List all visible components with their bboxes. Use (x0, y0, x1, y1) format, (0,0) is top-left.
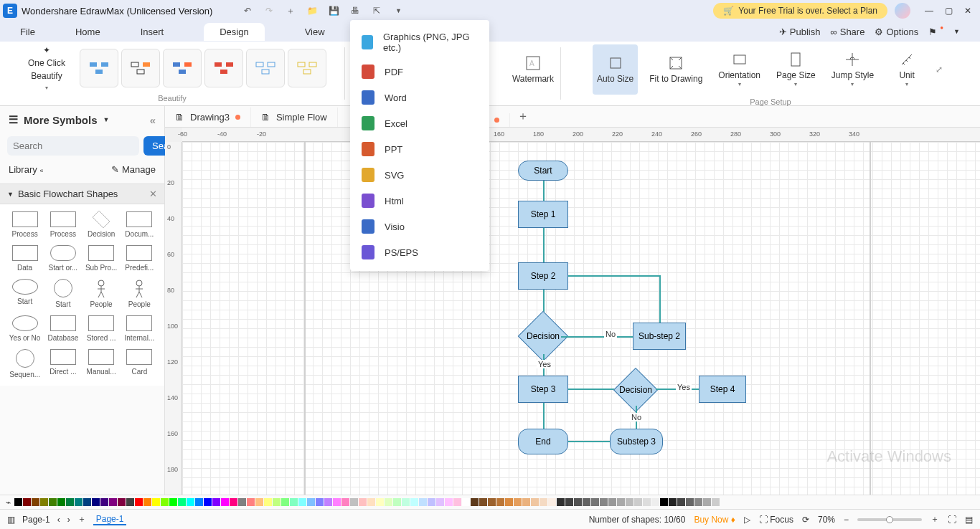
page-size-button[interactable]: Page Size (772, 44, 820, 95)
color-swatch[interactable] (135, 498, 143, 506)
color-swatch[interactable] (66, 498, 74, 506)
color-swatch[interactable] (410, 498, 418, 506)
color-swatch[interactable] (281, 498, 289, 506)
undo-icon[interactable]: ↶ (241, 4, 254, 17)
color-swatch[interactable] (290, 498, 298, 506)
flow-step1[interactable]: Step 1 (518, 201, 568, 228)
color-swatch[interactable] (75, 498, 83, 506)
export-menu-item[interactable]: PPT (350, 136, 489, 162)
close-group-icon[interactable]: ✕ (149, 189, 157, 199)
shape-palette-item[interactable]: People (84, 279, 119, 308)
manage-link[interactable]: ✎Manage (111, 164, 156, 175)
color-swatch[interactable] (49, 498, 57, 506)
theme-thumb[interactable] (80, 49, 118, 87)
maximize-icon[interactable]: ▢ (945, 6, 953, 16)
jump-style-button[interactable]: Jump Style (827, 44, 878, 95)
theme-thumb[interactable] (246, 49, 285, 87)
export-menu-item[interactable]: Graphics (PNG, JPG etc.) (350, 26, 489, 59)
shape-palette-item[interactable]: Start (7, 279, 42, 308)
refresh-icon[interactable]: ⟳ (802, 515, 809, 525)
notifications-icon[interactable]: ⚑● (928, 27, 943, 37)
color-swatch[interactable] (634, 498, 642, 506)
color-swatch[interactable] (548, 498, 556, 506)
color-swatch[interactable] (479, 498, 487, 506)
color-swatch[interactable] (626, 498, 633, 506)
color-swatch[interactable] (505, 498, 513, 506)
color-swatch[interactable] (660, 498, 668, 506)
shape-palette-item[interactable]: People (122, 279, 157, 308)
menu-view[interactable]: View (305, 27, 325, 37)
library-link[interactable]: Library « (9, 164, 43, 175)
shape-palette-item[interactable]: Card (122, 349, 157, 378)
add-page-button[interactable]: ＋ (77, 513, 86, 525)
shape-palette-item[interactable]: Internal... (122, 315, 157, 342)
color-swatch[interactable] (92, 498, 100, 506)
color-swatch[interactable] (376, 498, 384, 506)
one-click-beautify-button[interactable]: ✦ One Click Beautify (18, 45, 75, 91)
color-swatch[interactable] (14, 498, 22, 506)
shape-palette-item[interactable]: Yes or No (7, 315, 42, 342)
avatar[interactable] (895, 3, 910, 19)
options-button[interactable]: ⚙Options (875, 27, 918, 37)
page-nav[interactable]: Page-1 (22, 515, 50, 525)
color-swatch[interactable] (540, 498, 547, 506)
color-swatch[interactable] (143, 498, 151, 506)
flow-substep3[interactable]: Substep 3 (610, 429, 663, 454)
focus-toggle[interactable]: ⛶ Focus (759, 515, 793, 525)
shape-palette-item[interactable]: Process (7, 211, 42, 238)
export-menu-item[interactable]: Excel (350, 110, 489, 136)
color-swatch[interactable] (221, 498, 229, 506)
color-swatch[interactable] (393, 498, 401, 506)
shape-palette-item[interactable]: Predefi... (122, 245, 157, 272)
color-swatch[interactable] (522, 498, 530, 506)
color-swatch[interactable] (608, 498, 616, 506)
flow-step4[interactable]: Step 4 (699, 376, 746, 403)
menu-insert[interactable]: Insert (141, 27, 164, 37)
new-icon[interactable]: ＋ (284, 4, 297, 17)
color-swatch[interactable] (32, 498, 39, 506)
color-swatch[interactable] (402, 498, 410, 506)
shape-palette-item[interactable]: Decision (84, 211, 119, 238)
zoom-slider[interactable] (857, 518, 922, 521)
flow-step3[interactable]: Step 3 (518, 376, 568, 403)
canvas[interactable]: Start Step 1 Step 2 Decision No Sub-step… (182, 142, 980, 495)
color-swatch[interactable] (100, 498, 108, 506)
next-page-icon[interactable]: › (67, 515, 70, 525)
shape-palette-item[interactable]: Sequen... (7, 349, 42, 378)
color-swatch[interactable] (247, 498, 255, 506)
sidebar-title[interactable]: More Symbols (24, 114, 98, 126)
color-swatch[interactable] (118, 498, 126, 506)
share-button[interactable]: ∞Share (830, 27, 864, 37)
color-swatch[interactable] (152, 498, 160, 506)
shape-palette-item[interactable]: Stored ... (84, 315, 119, 342)
color-swatch[interactable] (83, 498, 91, 506)
color-swatch[interactable] (367, 498, 375, 506)
color-swatch[interactable] (385, 498, 392, 506)
shape-palette-item[interactable]: Database (45, 315, 80, 342)
color-swatch[interactable] (583, 498, 590, 506)
export-icon[interactable]: ⇱ (370, 4, 383, 17)
color-swatch[interactable] (617, 498, 625, 506)
watermark-button[interactable]: AWatermark (512, 44, 555, 95)
collapse-sidebar-icon[interactable]: « (150, 114, 156, 126)
trial-banner[interactable]: 🛒 Your Free Trial is over. Select a Plan (713, 3, 887, 19)
color-swatch[interactable] (238, 498, 246, 506)
theme-thumb[interactable] (288, 49, 326, 87)
color-swatch[interactable] (574, 498, 582, 506)
color-swatch[interactable] (333, 498, 341, 506)
color-swatch[interactable] (350, 498, 358, 506)
qat-dropdown-icon[interactable]: ▼ (392, 4, 405, 17)
theme-thumb[interactable] (204, 49, 243, 87)
panels-icon[interactable]: ▤ (965, 515, 973, 525)
color-swatch[interactable] (40, 498, 48, 506)
color-swatch[interactable] (445, 498, 453, 506)
color-swatch[interactable] (109, 498, 117, 506)
unit-button[interactable]: Unit (885, 44, 928, 95)
color-swatch[interactable] (471, 498, 479, 506)
zoom-level[interactable]: 70% (818, 515, 835, 525)
color-swatch[interactable] (669, 498, 677, 506)
color-swatch[interactable] (57, 498, 65, 506)
export-menu-item[interactable]: PS/EPS (350, 239, 489, 265)
export-menu-item[interactable]: PDF (350, 59, 489, 85)
color-swatch[interactable] (462, 498, 470, 506)
